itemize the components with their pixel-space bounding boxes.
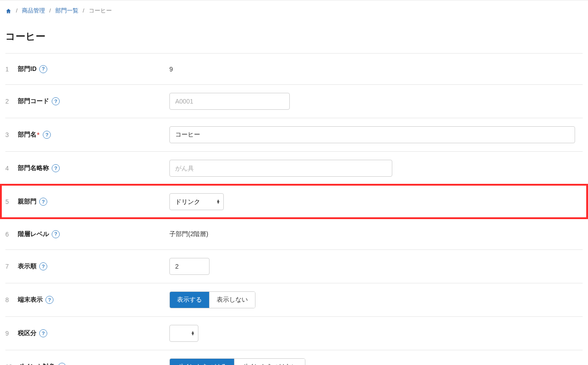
row-department-code: 2 部門コード ?	[5, 84, 583, 118]
terminal-display-toggle: 表示する 表示しない	[169, 291, 255, 308]
home-icon[interactable]	[5, 8, 12, 14]
row-label: 階層レベル ?	[18, 230, 169, 238]
parent-department-select[interactable]: ドリンク	[169, 193, 224, 210]
row-parent-department: 5 親部門 ? ドリンク ▲▼	[1, 185, 587, 218]
row-label: 部門名* ?	[18, 131, 169, 139]
label-text: 親部門	[18, 198, 37, 206]
page-title: コーヒー	[5, 19, 583, 53]
row-terminal-display: 8 端末表示 ? 表示する 表示しない	[5, 283, 583, 316]
row-label: 部門ID ?	[18, 65, 169, 73]
breadcrumb-link-products[interactable]: 商品管理	[22, 7, 45, 14]
help-icon[interactable]: ?	[39, 329, 47, 337]
help-icon[interactable]: ?	[39, 198, 47, 206]
label-text: 税区分	[18, 329, 37, 337]
row-department-name: 3 部門名* ?	[5, 118, 583, 151]
row-number: 8	[5, 296, 18, 303]
department-code-input[interactable]	[169, 93, 290, 110]
help-icon[interactable]: ?	[52, 97, 60, 105]
point-on-button[interactable]: ポイントをつける	[170, 359, 234, 365]
row-tax-category: 9 税区分 ? ▲▼	[5, 316, 583, 350]
help-icon[interactable]: ?	[43, 131, 51, 139]
help-icon[interactable]: ?	[39, 65, 47, 73]
row-number: 9	[5, 330, 18, 337]
label-text: ポイント対象	[18, 363, 55, 365]
help-icon[interactable]: ?	[39, 262, 47, 270]
row-number: 7	[5, 263, 18, 270]
row-number: 3	[5, 131, 18, 138]
help-icon[interactable]: ?	[52, 230, 60, 238]
label-text: 階層レベル	[18, 230, 49, 238]
breadcrumb-separator: /	[49, 7, 51, 14]
department-id-value: 9	[169, 66, 583, 73]
point-off-button[interactable]: ポイントをつけない	[234, 359, 305, 365]
label-text: 端末表示	[18, 296, 43, 304]
row-department-id: 1 部門ID ? 9	[5, 53, 583, 84]
terminal-display-show-button[interactable]: 表示する	[170, 292, 209, 308]
label-text: 部門ID	[18, 65, 37, 73]
row-number: 5	[5, 198, 18, 205]
breadcrumb-separator: /	[16, 7, 18, 14]
label-text: 部門名	[18, 131, 37, 139]
row-label: 部門コード ?	[18, 97, 169, 105]
row-label: 部門名略称 ?	[18, 164, 169, 172]
breadcrumb-link-department-list[interactable]: 部門一覧	[55, 7, 78, 14]
department-short-name-input[interactable]	[169, 160, 392, 177]
row-number: 4	[5, 165, 18, 172]
required-mark: *	[37, 131, 39, 138]
help-icon[interactable]: ?	[52, 164, 60, 172]
label-text: 表示順	[18, 262, 37, 270]
row-label: 親部門 ?	[18, 198, 169, 206]
row-label: ポイント対象 ?	[18, 363, 169, 365]
row-number: 2	[5, 98, 18, 105]
display-order-input[interactable]	[169, 258, 210, 275]
label-text: 部門名略称	[18, 164, 49, 172]
row-department-short-name: 4 部門名略称 ?	[5, 151, 583, 185]
row-number: 10	[5, 363, 18, 365]
row-label: 端末表示 ?	[18, 296, 169, 304]
row-number: 1	[5, 66, 18, 73]
help-icon[interactable]: ?	[45, 296, 53, 304]
department-name-input[interactable]	[169, 126, 575, 143]
row-label: 表示順 ?	[18, 262, 169, 270]
label-text: 部門コード	[18, 97, 49, 105]
row-label: 税区分 ?	[18, 329, 169, 337]
breadcrumb-separator: /	[82, 7, 84, 14]
breadcrumb-current: コーヒー	[89, 7, 112, 14]
help-icon[interactable]: ?	[58, 363, 66, 365]
row-hierarchy-level: 6 階層レベル ? 子部門(2階層)	[5, 218, 583, 249]
point-target-toggle: ポイントをつける ポイントをつけない	[169, 358, 305, 365]
terminal-display-hide-button[interactable]: 表示しない	[209, 292, 255, 308]
row-point-target: 10 ポイント対象 ? ポイントをつける ポイントをつけない	[5, 350, 583, 365]
row-number: 6	[5, 231, 18, 238]
hierarchy-level-value: 子部門(2階層)	[169, 230, 583, 238]
row-display-order: 7 表示順 ?	[5, 249, 583, 283]
breadcrumb: / 商品管理 / 部門一覧 / コーヒー	[5, 0, 583, 19]
tax-category-select[interactable]	[169, 325, 198, 342]
